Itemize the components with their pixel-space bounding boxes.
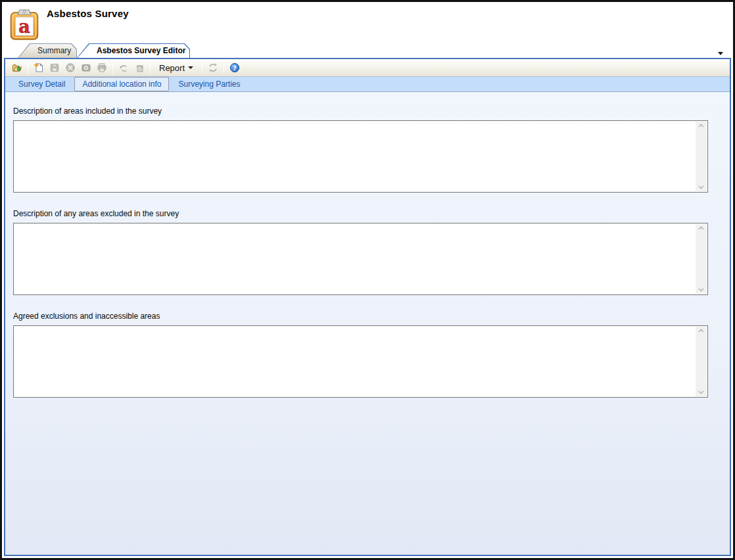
svg-text:?: ? xyxy=(233,64,237,72)
areas-included-textarea[interactable] xyxy=(14,122,696,191)
toolbar: Report xyxy=(5,59,730,77)
scroll-down-icon[interactable] xyxy=(698,288,704,292)
subtab-surveying-parties[interactable]: Surveying Parties xyxy=(170,77,248,91)
additional-location-info-panel: Description of areas included in the sur… xyxy=(5,92,730,555)
chevron-down-icon xyxy=(188,66,193,69)
toolbar-separator xyxy=(224,62,224,74)
tab-list-dropdown[interactable] xyxy=(717,51,724,57)
photo-button[interactable] xyxy=(78,60,94,75)
report-button-label: Report xyxy=(159,63,185,73)
new-record-button[interactable] xyxy=(31,60,47,75)
save-icon xyxy=(49,62,60,73)
help-button[interactable]: ? xyxy=(227,60,243,75)
field-label-agreed-exclusions: Agreed exclusions and inaccessible areas xyxy=(13,312,708,321)
areas-excluded-field-box xyxy=(13,223,708,295)
print-button[interactable] xyxy=(94,60,110,75)
camera-icon xyxy=(81,62,91,73)
print-icon xyxy=(97,62,107,73)
tab-summary[interactable]: Summary xyxy=(18,43,77,58)
delete-button[interactable] xyxy=(62,60,78,75)
undo-icon xyxy=(118,62,129,73)
refresh-icon xyxy=(208,62,218,73)
tab-summary-label: Summary xyxy=(18,43,77,55)
scroll-up-icon[interactable] xyxy=(698,226,704,230)
svg-text:a: a xyxy=(18,16,30,37)
tab-editor-label: Asbestos Survey Editor xyxy=(77,43,190,55)
subtab-survey-detail[interactable]: Survey Detail xyxy=(11,77,73,91)
back-to-list-button[interactable] xyxy=(9,60,25,75)
scrollbar[interactable] xyxy=(696,122,707,191)
field-label-areas-excluded: Description of any areas excluded in the… xyxy=(13,209,708,218)
main-tabstrip: Summary Asbestos Survey Editor xyxy=(18,43,190,58)
field-label-areas-included: Description of areas included in the sur… xyxy=(13,106,708,116)
new-document-icon xyxy=(34,62,44,73)
subtab-additional-location-info[interactable]: Additional location info xyxy=(74,77,169,91)
editor-panel: Report xyxy=(4,58,731,556)
scroll-down-icon[interactable] xyxy=(698,185,704,189)
report-button[interactable]: Report xyxy=(153,60,199,75)
undo-button[interactable] xyxy=(116,60,131,75)
clipboard-logo-icon: a xyxy=(9,8,39,41)
application-window: a Asbestos Survey Summary Asbestos Surve… xyxy=(0,0,735,560)
refresh-button[interactable] xyxy=(205,60,221,75)
editor-subtabs: Survey Detail Additional location info S… xyxy=(5,77,730,92)
scroll-up-icon[interactable] xyxy=(698,124,704,128)
toolbar-separator xyxy=(28,62,28,74)
save-button[interactable] xyxy=(47,60,62,75)
areas-included-field-box xyxy=(13,120,708,193)
toolbar-separator xyxy=(112,62,113,74)
scrollbar[interactable] xyxy=(696,327,707,396)
toolbar-separator xyxy=(150,62,151,74)
scrollbar[interactable] xyxy=(696,224,707,294)
scroll-up-icon[interactable] xyxy=(698,329,704,333)
agreed-exclusions-textarea[interactable] xyxy=(14,327,696,396)
page-title: Asbestos Survey xyxy=(47,8,129,19)
folder-up-icon xyxy=(12,62,22,73)
toolbar-separator xyxy=(202,62,202,74)
redo-icon xyxy=(134,62,145,73)
chevron-down-icon xyxy=(718,52,723,55)
cancel-icon xyxy=(65,62,76,73)
areas-excluded-textarea[interactable] xyxy=(14,224,696,294)
agreed-exclusions-field-box xyxy=(13,325,708,398)
help-icon: ? xyxy=(229,62,240,73)
tab-asbestos-survey-editor[interactable]: Asbestos Survey Editor xyxy=(77,43,190,58)
redo-button[interactable] xyxy=(131,60,147,75)
scroll-down-icon[interactable] xyxy=(698,390,704,394)
